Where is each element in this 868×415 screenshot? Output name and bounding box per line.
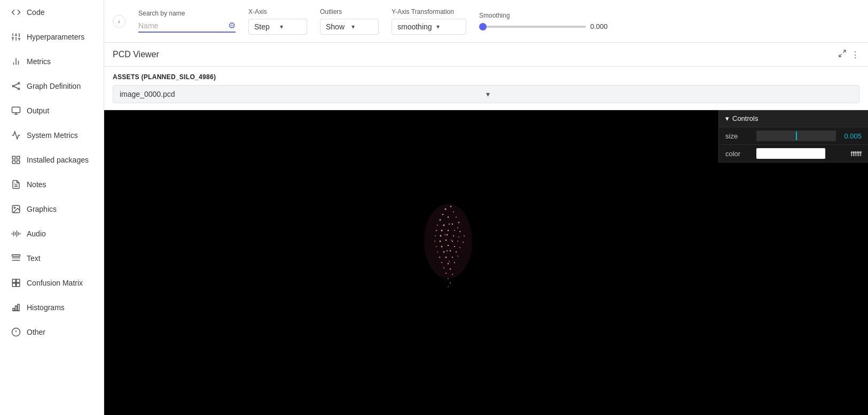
svg-point-89	[457, 256, 458, 257]
svg-rect-21	[17, 156, 20, 159]
smoothing-slider[interactable]	[479, 26, 586, 28]
color-swatch[interactable]	[756, 148, 825, 159]
svg-point-76	[445, 240, 447, 241]
color-control-row: color ffffff	[719, 145, 868, 163]
size-slider-thumb	[796, 132, 797, 140]
smoothing-group: Smoothing 0.000	[479, 12, 859, 30]
svg-point-63	[435, 230, 437, 232]
notes-icon	[11, 179, 21, 190]
sidebar-item-other[interactable]: Other	[2, 320, 101, 344]
assets-label: ASSETS (PLANNED_SILO_4986)	[113, 73, 859, 81]
svg-point-79	[462, 242, 463, 243]
svg-point-52	[450, 206, 451, 207]
svg-point-86	[443, 251, 444, 253]
sidebar-item-code-label: Code	[27, 8, 44, 17]
text-icon	[11, 253, 21, 264]
smoothing-label: Smoothing	[479, 12, 859, 19]
color-value: ffffff	[830, 150, 862, 158]
outliers-dropdown[interactable]: Show ▾	[320, 19, 379, 35]
outliers-label: Outliers	[320, 8, 379, 16]
svg-point-13	[18, 82, 20, 84]
svg-point-101	[449, 282, 450, 283]
graphics-icon	[11, 204, 21, 214]
toolbar: ‹ Search by name ⚙ X-Axis Step ▾ Outlier…	[104, 0, 868, 43]
other-icon	[11, 327, 21, 337]
sidebar-item-output[interactable]: Output	[2, 99, 101, 122]
svg-point-67	[459, 231, 460, 232]
svg-point-64	[441, 230, 442, 232]
file-chevron-icon: ▾	[486, 90, 853, 98]
sidebar-item-graph-definition-label: Graph Definition	[27, 82, 81, 90]
viewer-canvas[interactable]: ▾ Controls size 0.005 color	[104, 110, 868, 415]
search-settings-button[interactable]: ⚙	[228, 20, 236, 30]
svg-point-100	[448, 278, 449, 279]
sidebar-item-hyperparameters[interactable]: Hyperparameters	[2, 25, 101, 49]
svg-point-14	[18, 88, 20, 90]
x-axis-group: X-Axis Step ▾	[248, 8, 307, 35]
x-axis-dropdown[interactable]: Step ▾	[248, 19, 307, 35]
sidebar-item-metrics-label: Metrics	[27, 57, 51, 66]
y-axis-chevron-icon: ▾	[436, 23, 460, 30]
sidebar-item-histograms[interactable]: Histograms	[2, 296, 101, 319]
expand-button[interactable]	[838, 49, 847, 60]
svg-point-65	[447, 230, 448, 231]
svg-point-83	[453, 246, 455, 247]
svg-point-72	[458, 236, 459, 237]
svg-point-93	[441, 262, 442, 264]
size-control-row: size 0.005	[719, 127, 868, 145]
sidebar-item-metrics[interactable]: Metrics	[2, 50, 101, 73]
main-content: ‹ Search by name ⚙ X-Axis Step ▾ Outlier…	[104, 0, 868, 415]
svg-rect-44	[18, 304, 19, 311]
confusion-matrix-icon	[11, 278, 21, 288]
graph-icon	[11, 81, 21, 91]
size-label: size	[725, 132, 752, 140]
svg-point-104	[444, 234, 445, 235]
svg-point-107	[448, 261, 449, 262]
sidebar: Code Hyperparameters Metrics Graph Defin…	[0, 0, 104, 415]
svg-point-84	[459, 247, 460, 248]
sidebar-item-output-label: Output	[27, 106, 49, 115]
sidebar-item-text[interactable]: Text	[2, 247, 101, 270]
svg-point-27	[14, 207, 15, 208]
sidebar-item-graph-definition[interactable]: Graph Definition	[2, 74, 101, 98]
svg-point-92	[451, 257, 452, 258]
sliders-icon	[11, 32, 21, 42]
outliers-value: Show	[326, 22, 347, 31]
svg-point-73	[463, 235, 464, 236]
svg-point-50	[424, 204, 472, 279]
svg-point-98	[445, 273, 447, 274]
svg-point-66	[454, 230, 455, 231]
svg-point-61	[451, 224, 452, 225]
sidebar-item-system-metrics[interactable]: System Metrics	[2, 124, 101, 147]
sidebar-item-notes[interactable]: Notes	[2, 173, 101, 196]
sidebar-item-hyperparameters-label: Hyperparameters	[27, 33, 84, 41]
size-value: 0.005	[840, 132, 862, 140]
sidebar-item-histograms-label: Histograms	[27, 303, 65, 312]
svg-point-90	[439, 257, 440, 258]
svg-point-58	[458, 222, 459, 224]
pcd-viewer: PCD Viewer ⋮ ASSETS (PLANNED_SILO_4986) …	[104, 43, 868, 415]
file-selector-dropdown[interactable]: image_0000.pcd ▾	[113, 85, 859, 103]
sidebar-item-system-metrics-label: System Metrics	[27, 131, 78, 140]
sidebar-item-audio[interactable]: Audio	[2, 222, 101, 245]
svg-rect-40	[17, 283, 20, 287]
sidebar-item-confusion-matrix[interactable]: Confusion Matrix	[2, 271, 101, 295]
svg-point-12	[12, 86, 14, 87]
content-area: PCD Viewer ⋮ ASSETS (PLANNED_SILO_4986) …	[104, 43, 868, 415]
size-slider-track[interactable]	[756, 130, 836, 141]
sidebar-item-installed-packages[interactable]: Installed packages	[2, 148, 101, 172]
svg-point-85	[437, 251, 438, 252]
pcd-viewer-title: PCD Viewer	[113, 50, 159, 59]
svg-point-59	[437, 225, 438, 226]
search-input-wrapper: ⚙	[138, 20, 236, 33]
sidebar-item-code[interactable]: Code	[2, 1, 101, 24]
sidebar-item-notes-label: Notes	[27, 180, 46, 189]
svg-point-82	[447, 245, 449, 247]
search-input[interactable]	[138, 21, 224, 30]
sidebar-collapse-button[interactable]: ‹	[113, 15, 126, 28]
system-metrics-icon	[11, 130, 21, 141]
more-options-button[interactable]: ⋮	[851, 49, 859, 60]
sidebar-item-graphics[interactable]: Graphics	[2, 197, 101, 221]
y-axis-dropdown[interactable]: smoothing ▾	[392, 19, 466, 35]
smoothing-value: 0.000	[590, 22, 612, 30]
